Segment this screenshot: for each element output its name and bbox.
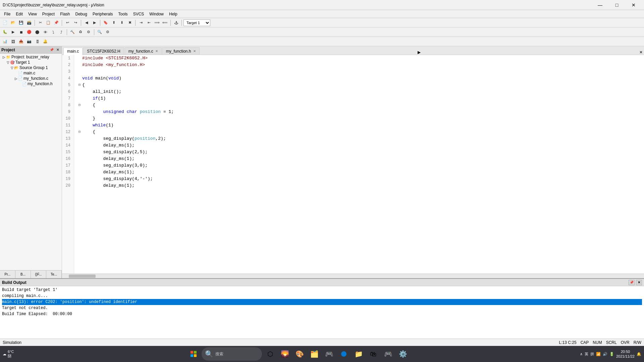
- menu-item-debug[interactable]: Debug: [73, 11, 90, 17]
- reset-btn[interactable]: 🔴: [25, 28, 33, 36]
- menu-item-help[interactable]: Help: [166, 11, 180, 17]
- debug-btn[interactable]: 🐛: [1, 28, 9, 36]
- fold-8[interactable]: ⊟: [77, 102, 82, 109]
- functions-tab[interactable]: {}F...: [31, 270, 46, 278]
- configure-btn[interactable]: ⚙: [104, 28, 111, 36]
- hscroll-thumb[interactable]: [69, 275, 96, 278]
- step-into-btn[interactable]: ⤵: [50, 28, 57, 36]
- tab-stc[interactable]: STC15F2K60S2.H: [83, 47, 124, 55]
- nav-back-btn[interactable]: ◀: [83, 19, 90, 26]
- stop-btn[interactable]: ⏹: [17, 28, 25, 36]
- books-tab[interactable]: B...: [15, 270, 31, 278]
- col-outdent-btn[interactable]: ⟸: [161, 19, 169, 26]
- redo-btn[interactable]: ↪: [72, 19, 79, 26]
- bookmark-btn[interactable]: 🔖: [102, 19, 109, 26]
- menu-item-svcs[interactable]: SVCS: [130, 11, 147, 17]
- menu-item-view[interactable]: View: [25, 11, 40, 17]
- tab-myfuncc[interactable]: my_function.c ✕: [125, 47, 162, 55]
- build-btn[interactable]: 🔨: [69, 28, 76, 36]
- maximize-button[interactable]: □: [609, 0, 625, 10]
- taskbar-app-nature[interactable]: 🌄: [278, 347, 291, 361]
- bookmark-next-btn[interactable]: ⬇: [118, 19, 125, 26]
- tree-node-myfuncc[interactable]: ▷ 📄 my_function.c: [14, 76, 61, 81]
- outdent-btn[interactable]: ⇤: [145, 19, 153, 26]
- menu-item-edit[interactable]: Edit: [13, 11, 25, 17]
- bookmark-prev-btn[interactable]: ⬆: [110, 19, 117, 26]
- project-pin-btn[interactable]: 📌: [49, 47, 54, 53]
- taskbar-app-game[interactable]: 🎮: [322, 347, 336, 361]
- menu-item-window[interactable]: Window: [147, 11, 166, 17]
- taskbar-app-steam[interactable]: 🎮: [381, 347, 395, 361]
- run-btn[interactable]: ▶: [9, 28, 17, 36]
- start-button[interactable]: [187, 347, 200, 361]
- tree-node-source-group[interactable]: ▽ 📂 Source Group 1: [10, 65, 61, 70]
- new-file-btn[interactable]: 📄: [1, 19, 9, 26]
- wifi-icon[interactable]: 📶: [596, 352, 601, 356]
- open-btn[interactable]: 📂: [9, 19, 17, 26]
- target-select[interactable]: Target 1: [183, 19, 210, 26]
- step-btn[interactable]: 🕹: [172, 19, 180, 26]
- tab-scroll-right[interactable]: ▶: [416, 50, 422, 55]
- extra1[interactable]: 📊: [1, 38, 9, 45]
- fold-12[interactable]: ⊟: [77, 129, 82, 135]
- tree-node-project[interactable]: ▷ 📁 Project: buzzer_relay: [2, 54, 61, 60]
- menu-item-tools[interactable]: Tools: [116, 11, 130, 17]
- tab-mainc[interactable]: main.c: [63, 48, 83, 55]
- horizontal-scrollbar[interactable]: [62, 274, 644, 278]
- project-tab[interactable]: Pr...: [0, 270, 15, 278]
- rebuild-btn[interactable]: ♻: [77, 28, 84, 36]
- tree-node-myfunch[interactable]: 📄 my_function.h: [18, 81, 61, 86]
- notification-btn[interactable]: 🔔: [637, 352, 641, 356]
- save-btn[interactable]: 💾: [17, 19, 25, 26]
- tree-node-mainc[interactable]: 📄 main.c: [14, 70, 61, 76]
- close-button[interactable]: ✕: [626, 0, 641, 10]
- taskbar-app-store[interactable]: 🛍: [367, 347, 380, 361]
- tab-myfuncc-close[interactable]: ✕: [155, 49, 158, 53]
- taskbar-app-settings2[interactable]: ⚙️: [396, 347, 410, 361]
- task-view-btn[interactable]: ⬡: [263, 347, 277, 361]
- extra5[interactable]: 🎛: [34, 38, 41, 45]
- extra3[interactable]: 📤: [17, 38, 25, 45]
- lang-pinyin[interactable]: 拼: [590, 352, 594, 357]
- chevron-up-icon[interactable]: ∧: [580, 352, 583, 356]
- menu-item-file[interactable]: File: [1, 11, 13, 17]
- build-panel-close[interactable]: ✕: [636, 280, 642, 285]
- tab-myfunch-close[interactable]: ✕: [193, 49, 196, 53]
- menu-item-project[interactable]: Project: [40, 11, 57, 17]
- menu-item-flash[interactable]: Flash: [57, 11, 72, 17]
- search-btn[interactable]: 🔍: [96, 28, 103, 36]
- menu-item-peripherals[interactable]: Peripherals: [90, 11, 116, 17]
- volume-icon[interactable]: 🔊: [603, 352, 607, 356]
- extra4[interactable]: 📷: [25, 38, 33, 45]
- taskbar-app-files[interactable]: 🗂️: [308, 347, 321, 361]
- breakpoint-btn[interactable]: ⬤: [34, 28, 41, 36]
- bookmark-clear-btn[interactable]: ✖: [126, 19, 133, 26]
- save-all-btn[interactable]: 🗃️: [25, 19, 33, 26]
- undo-btn[interactable]: ↩: [64, 19, 71, 26]
- cut-btn[interactable]: ✂: [37, 19, 44, 26]
- nav-fwd-btn[interactable]: ▶: [91, 19, 98, 26]
- col-indent-btn[interactable]: ⟹: [153, 19, 161, 26]
- build-panel-pin[interactable]: 📌: [629, 280, 635, 285]
- copy-btn[interactable]: 📋: [45, 19, 52, 26]
- templates-tab[interactable]: Te...: [46, 270, 62, 278]
- taskbar-app-paint[interactable]: 🎨: [293, 347, 306, 361]
- search-bar[interactable]: 🔍 搜索: [202, 347, 262, 361]
- extra6[interactable]: 🔔: [42, 38, 49, 45]
- project-close-btn[interactable]: ✕: [55, 47, 60, 53]
- system-clock[interactable]: 20:50 2021/11/22: [616, 349, 635, 359]
- extra2[interactable]: 🖼: [9, 38, 17, 45]
- taskbar-app-edge[interactable]: [337, 347, 351, 361]
- code-editor[interactable]: 12345 678910 1112131415 1617181920 #incl…: [62, 55, 644, 274]
- indent-btn[interactable]: ⇥: [137, 19, 145, 26]
- tab-myfunch[interactable]: my_function.h ✕: [162, 47, 200, 55]
- paste-btn[interactable]: 📌: [53, 19, 60, 26]
- batch-btn[interactable]: ⚙: [85, 28, 92, 36]
- fold-5[interactable]: ⊟: [77, 82, 82, 88]
- lang-english[interactable]: 英: [585, 352, 588, 357]
- minimize-button[interactable]: —: [592, 0, 608, 10]
- step-out-btn[interactable]: ⤴: [58, 28, 65, 36]
- tree-node-target[interactable]: ▽ 🎯 Target 1: [6, 60, 61, 65]
- taskbar-app-explorer[interactable]: 📁: [352, 347, 365, 361]
- watch-btn[interactable]: 👁: [42, 28, 49, 36]
